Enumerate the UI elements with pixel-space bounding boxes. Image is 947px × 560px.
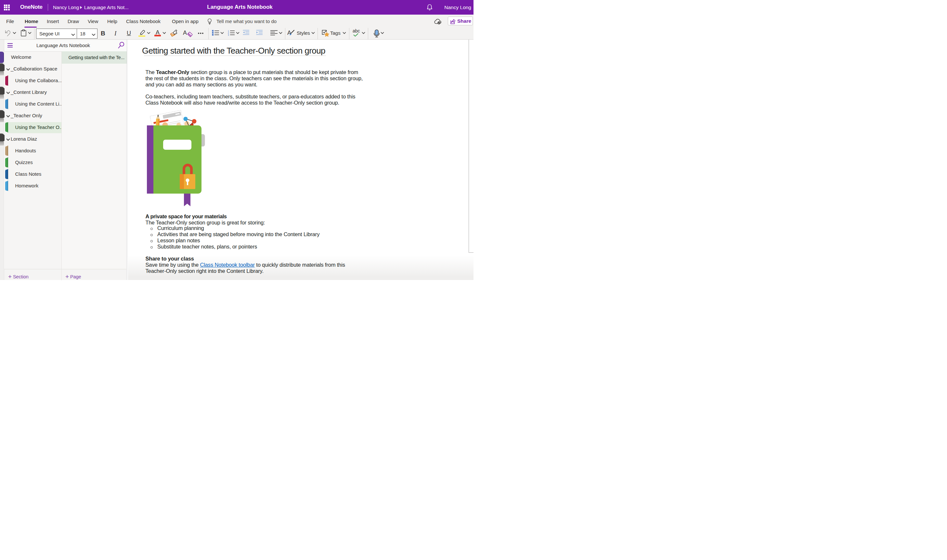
svg-text:A: A — [287, 29, 291, 36]
svg-text:3: 3 — [228, 34, 229, 36]
